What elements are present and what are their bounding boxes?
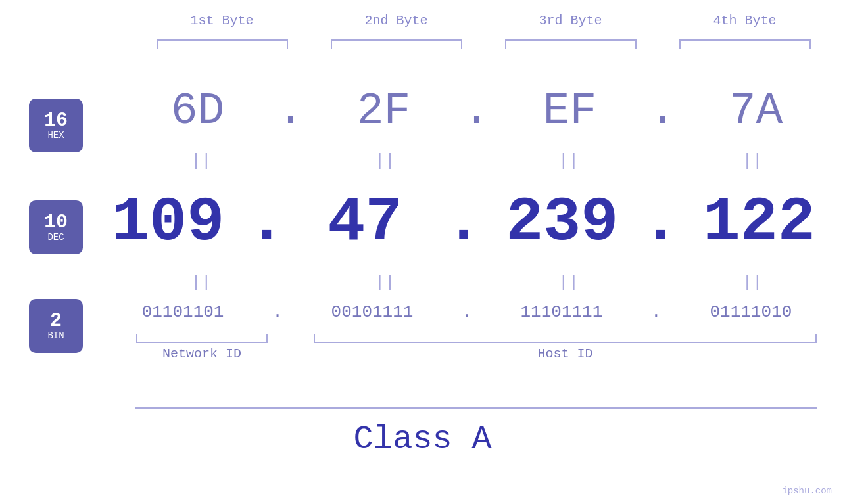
- equals-row-2: || . || . || . ||: [122, 273, 832, 292]
- dec-v1: 109: [96, 187, 241, 258]
- eq2-v2: ||: [312, 273, 457, 292]
- eq2-v4: ||: [680, 273, 825, 292]
- eq1-sp1: .: [288, 151, 299, 171]
- eq1-v2: ||: [312, 151, 457, 171]
- equals-row-1: || . || . || . ||: [122, 151, 832, 171]
- eq1-v3: ||: [496, 151, 641, 171]
- eq1-v1: ||: [129, 151, 274, 171]
- hex-values-row: 6D . 2F . EF . 7A: [122, 85, 832, 136]
- bracket-top-4: [679, 39, 811, 49]
- badge-hex: 16 HEX: [29, 99, 83, 152]
- byte-header-2: 2nd Byte: [324, 13, 469, 28]
- bin-values-row: 01101101 . 00101111 . 11101111 . 0111101…: [102, 302, 832, 322]
- bin-v1: 01101101: [110, 302, 255, 322]
- class-a-label: Class A: [0, 421, 845, 458]
- hex-dot-3: .: [650, 85, 677, 136]
- eq2-sp2: .: [471, 273, 482, 292]
- badge-dec-number: 10: [44, 212, 68, 232]
- eq2-v3: ||: [496, 273, 641, 292]
- dec-dot-2: .: [445, 187, 482, 258]
- eq1-v4: ||: [680, 151, 825, 171]
- bin-dot-1: .: [272, 302, 283, 322]
- badge-hex-label: HEX: [47, 130, 64, 141]
- byte-header-1: 1st Byte: [150, 13, 295, 28]
- eq2-sp3: .: [656, 273, 666, 292]
- dec-v3: 239: [490, 187, 635, 258]
- badge-bin-number: 2: [50, 311, 62, 331]
- dec-dot-1: .: [248, 187, 285, 258]
- eq1-sp2: .: [471, 151, 482, 171]
- eq2-v1: ||: [129, 273, 274, 292]
- badge-dec: 10 DEC: [29, 200, 83, 254]
- class-bracket-line: [135, 407, 817, 409]
- bin-v3: 11101111: [489, 302, 634, 322]
- byte-headers: 1st Byte 2nd Byte 3rd Byte 4th Byte: [135, 13, 832, 28]
- badge-dec-label: DEC: [47, 232, 64, 242]
- bracket-top-3: [505, 39, 637, 49]
- network-id-label: Network ID: [136, 346, 268, 361]
- hex-v3: EF: [497, 85, 642, 136]
- badge-hex-number: 16: [44, 110, 68, 130]
- dec-v4: 122: [687, 187, 831, 258]
- bin-dot-3: .: [651, 302, 662, 322]
- bracket-network-id: [136, 334, 268, 343]
- main-layout: 1st Byte 2nd Byte 3rd Byte 4th Byte 16 H…: [0, 0, 845, 504]
- bin-v2: 00101111: [300, 302, 445, 322]
- eq2-sp1: .: [288, 273, 299, 292]
- bin-dot-2: .: [462, 302, 472, 322]
- dec-dot-3: .: [642, 187, 679, 258]
- bracket-top-2: [331, 39, 462, 49]
- hex-v4: 7A: [683, 85, 828, 136]
- host-id-label: Host ID: [314, 346, 817, 361]
- badge-bin: 2 BIN: [29, 299, 83, 353]
- dec-v2: 47: [293, 187, 437, 258]
- eq1-sp3: .: [656, 151, 666, 171]
- watermark: ipshu.com: [782, 486, 832, 496]
- badge-bin-label: BIN: [47, 331, 64, 341]
- hex-dot-1: .: [278, 85, 304, 136]
- byte-header-4: 4th Byte: [673, 13, 817, 28]
- bracket-host-id: [314, 334, 817, 343]
- hex-v1: 6D: [126, 85, 270, 136]
- bracket-top-1: [157, 39, 288, 49]
- byte-header-3: 3rd Byte: [498, 13, 643, 28]
- dec-values-row: 109 . 47 . 239 . 122: [92, 187, 835, 258]
- top-brackets: [135, 39, 832, 49]
- hex-dot-2: .: [464, 85, 491, 136]
- bin-v4: 01111010: [679, 302, 823, 322]
- hex-v2: 2F: [312, 85, 456, 136]
